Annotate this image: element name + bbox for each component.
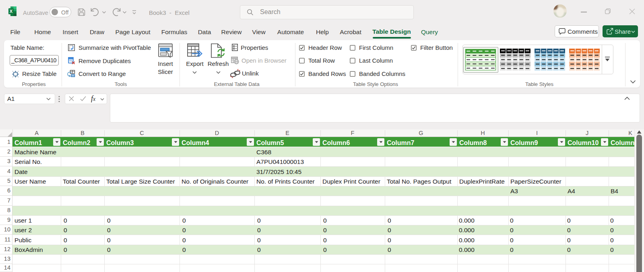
svg-text:X: X bbox=[10, 9, 13, 14]
